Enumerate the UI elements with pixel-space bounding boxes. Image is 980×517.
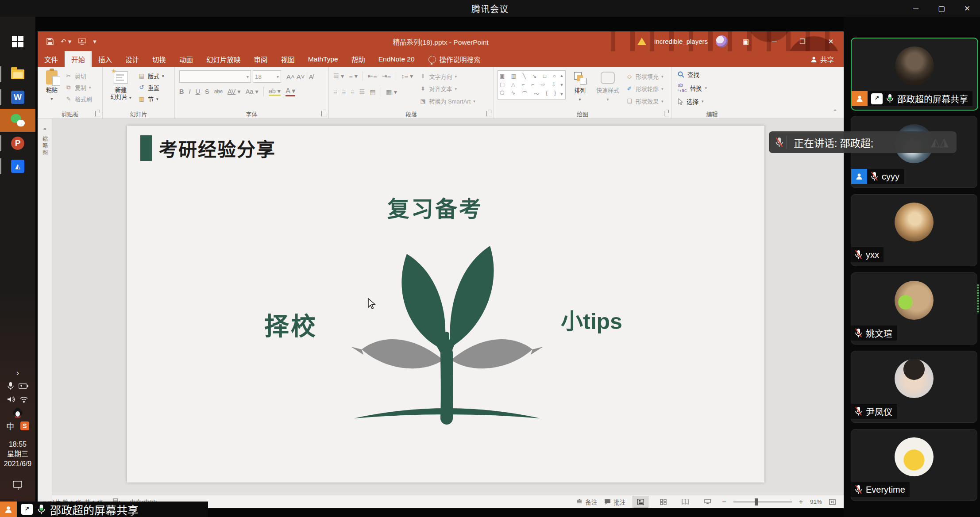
replace-button[interactable]: ab⮡ac 替换 ▾ <box>678 82 752 93</box>
align-left-icon[interactable]: ≡ <box>333 88 337 96</box>
expand-thumbnails-icon[interactable]: » <box>43 125 46 132</box>
numbering-icon[interactable]: ≡ ▾ <box>349 73 358 80</box>
collapse-ribbon-icon[interactable]: ⌃ <box>833 108 837 115</box>
taskbar-tencent-meeting[interactable]: ◭ <box>0 155 35 178</box>
qq-icon[interactable] <box>13 407 23 418</box>
arrange-button[interactable]: 排列▾ <box>570 70 590 105</box>
highlight-color-button[interactable]: ab ▾ <box>269 88 281 96</box>
share-button[interactable]: 共享 <box>801 51 844 67</box>
shape-effects-button[interactable]: ❏形状效果 ▾ <box>626 97 664 105</box>
participant-tile-yinfengyi[interactable]: 尹凤仪 <box>851 351 977 423</box>
clipboard-dialog-launcher[interactable] <box>95 111 100 116</box>
zoom-percentage[interactable]: 91% <box>810 498 822 505</box>
notes-button[interactable]: 备注 <box>576 498 597 506</box>
section-button[interactable]: ▥节 ▾ <box>138 95 164 103</box>
panel-scrollbar[interactable] <box>977 284 979 314</box>
font-color-button[interactable]: A ▾ <box>286 87 295 96</box>
quick-styles-button[interactable]: 快速样式▾ <box>594 70 621 105</box>
cut-button[interactable]: ✂剪切 <box>65 72 92 80</box>
grow-font-icon[interactable]: A˄ <box>286 73 295 80</box>
normal-view-button[interactable] <box>633 496 648 508</box>
tab-view[interactable]: 视图 <box>274 51 301 67</box>
qat-customize-icon[interactable]: ▾ <box>93 38 96 46</box>
italic-button[interactable]: I <box>189 88 190 95</box>
reading-view-button[interactable] <box>678 496 693 507</box>
slide-sorter-view-button[interactable] <box>656 496 671 507</box>
ppt-close-button[interactable]: ✕ <box>821 31 841 51</box>
speaker-icon[interactable] <box>7 396 15 403</box>
tab-slideshow[interactable]: 幻灯片放映 <box>200 51 247 67</box>
tray-mic-icon[interactable] <box>7 382 14 391</box>
text-direction-button[interactable]: ⫴文字方向 ▾ <box>419 72 475 80</box>
shrink-font-icon[interactable]: A˅ <box>297 73 305 80</box>
bullets-icon[interactable]: ☰ ▾ <box>333 73 344 80</box>
taskbar-wechat[interactable] <box>0 109 35 132</box>
align-right-icon[interactable]: ≡ <box>351 88 354 96</box>
participant-tile-shao[interactable]: ↗ 邵政超的屏幕共享 <box>851 38 978 111</box>
character-spacing-button[interactable]: AV ▾ <box>228 88 241 95</box>
layout-button[interactable]: ▤版式 ▾ <box>138 72 164 80</box>
zoom-slider[interactable] <box>733 502 792 502</box>
paste-button[interactable]: 粘贴▾ <box>41 70 62 109</box>
comments-button[interactable]: 批注 <box>604 498 625 506</box>
thumbnail-pane-collapsed[interactable]: » 缩略图 <box>38 119 52 501</box>
tab-mathtype[interactable]: MathType <box>301 51 345 67</box>
reset-button[interactable]: ↺重置 <box>138 83 164 92</box>
participant-tile-everytime[interactable]: Everytime <box>851 429 977 501</box>
tab-file[interactable]: 文件 <box>38 51 65 67</box>
change-case-button[interactable]: Aa ▾ <box>246 88 259 95</box>
taskbar-clock[interactable]: 18:55 星期三 2021/6/9 <box>4 440 31 469</box>
text-shadow-button[interactable]: abc <box>214 88 223 95</box>
copy-button[interactable]: ⧉复制 ▾ <box>65 83 92 92</box>
decrease-indent-icon[interactable]: ⇤≡ <box>368 73 377 80</box>
minimize-button[interactable]: ─ <box>903 0 929 17</box>
zoom-out-button[interactable]: − <box>722 498 726 506</box>
format-painter-button[interactable]: ✎格式刷 <box>65 95 92 103</box>
participant-tile-yxx[interactable]: yxx <box>851 194 977 266</box>
tab-insert[interactable]: 插入 <box>92 51 119 67</box>
undo-icon[interactable]: ↶ ▾ <box>61 38 71 46</box>
tab-help[interactable]: 帮助 <box>345 51 372 67</box>
save-icon[interactable] <box>46 38 54 45</box>
line-spacing-icon[interactable]: ↕≡ ▾ <box>401 73 413 80</box>
font-dialog-launcher[interactable] <box>321 111 327 116</box>
start-button[interactable] <box>0 30 35 53</box>
smartart-button[interactable]: ⬔转换为 SmartArt ▾ <box>419 97 475 105</box>
shapes-scroll[interactable]: ▲▼▼ <box>558 71 565 99</box>
columns-icon[interactable]: ▦ ▾ <box>386 88 397 96</box>
shape-fill-button[interactable]: ◇形状填充 ▾ <box>626 72 664 80</box>
strikethrough-button[interactable]: S <box>205 88 209 95</box>
account-name[interactable]: incredible_players <box>654 38 708 45</box>
action-center-icon[interactable] <box>12 480 23 490</box>
taskbar-powerpoint[interactable]: P <box>0 132 35 155</box>
slide-canvas[interactable]: 考研经验分享 复习备考 择校 小tips <box>127 126 764 483</box>
clear-formatting-icon[interactable]: A̸ <box>309 73 313 80</box>
close-button[interactable]: ✕ <box>954 0 980 17</box>
taskbar-word[interactable]: W <box>0 86 35 109</box>
paragraph-dialog-launcher[interactable] <box>486 111 492 116</box>
slideshow-icon[interactable] <box>78 38 86 45</box>
bold-button[interactable]: B <box>179 88 184 95</box>
shape-outline-button[interactable]: ✐形状轮廓 ▾ <box>626 84 664 93</box>
ime-indicator[interactable]: 中 <box>6 420 14 432</box>
increase-indent-icon[interactable]: ⇥≡ <box>382 73 391 80</box>
zoom-in-button[interactable]: + <box>799 498 803 506</box>
ppt-restore-button[interactable]: ❐ <box>792 31 813 51</box>
tab-transitions[interactable]: 切换 <box>146 51 173 67</box>
find-button[interactable]: 查找 <box>678 70 752 79</box>
shapes-gallery[interactable]: ▣▥╲↘□○ ▢△⌐⌐⇨⇩ ⬠∿⌒〜{} ▲▼▼ <box>498 70 566 100</box>
tab-home[interactable]: 开始 <box>65 51 92 67</box>
participant-tile-yaowenxuan[interactable]: 姚文瑄 <box>851 272 977 345</box>
tab-design[interactable]: 设计 <box>119 51 146 67</box>
account-avatar[interactable] <box>716 35 728 47</box>
battery-icon[interactable] <box>19 383 28 389</box>
align-text-button[interactable]: ⬍对齐文本 ▾ <box>419 84 475 93</box>
distribute-icon[interactable]: ▤ <box>370 88 376 96</box>
wifi-icon[interactable] <box>19 396 28 403</box>
new-slide-button[interactable]: 新建幻灯片 ▾ <box>106 70 135 109</box>
tray-expand[interactable]: › <box>16 366 19 379</box>
tell-me-search[interactable]: 操作说明搜索 <box>421 51 488 67</box>
taskbar-file-explorer[interactable] <box>0 63 35 86</box>
zoom-slider-handle[interactable] <box>755 498 758 506</box>
justify-icon[interactable]: ☰ <box>359 88 365 96</box>
